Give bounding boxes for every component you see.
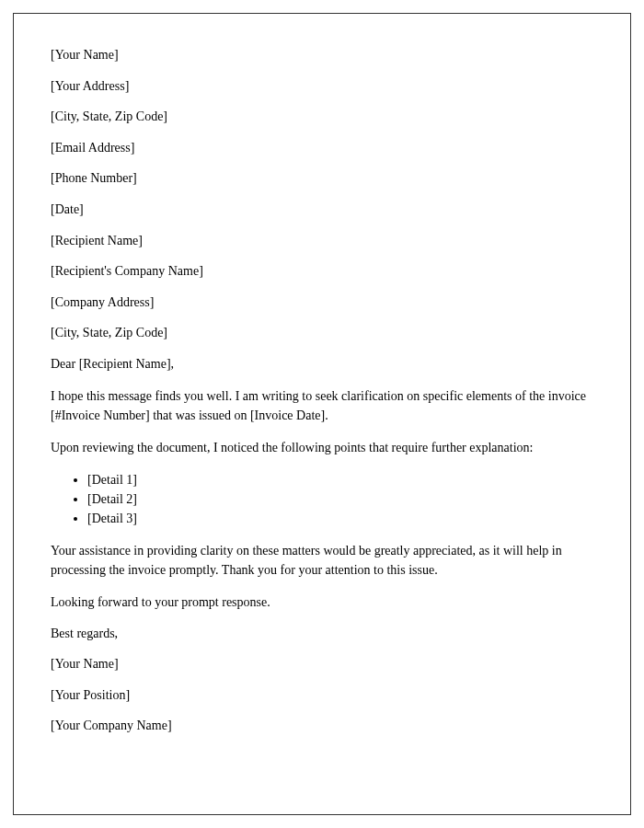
closing-company: [Your Company Name] [51, 717, 593, 735]
salutation: Dear [Recipient Name], [51, 355, 593, 374]
closing-name: [Your Name] [51, 655, 593, 673]
recipient-address: [Company Address] [51, 293, 593, 312]
recipient-name: [Recipient Name] [51, 232, 593, 250]
sender-address: [Your Address] [51, 77, 593, 96]
body-para-2: Upon reviewing the document, I noticed t… [51, 438, 593, 457]
sender-city-state-zip: [City, State, Zip Code] [51, 108, 593, 126]
sender-name: [Your Name] [51, 46, 593, 64]
body-para-3: Your assistance in providing clarity on … [51, 541, 593, 580]
sender-phone: [Phone Number] [51, 169, 593, 188]
body-para-4: Looking forward to your prompt response. [51, 592, 593, 612]
letter-page: [Your Name] [Your Address] [City, State,… [13, 13, 631, 815]
body-para-1: I hope this message finds you well. I am… [51, 386, 593, 425]
detail-item: [Detail 1] [87, 470, 593, 489]
sender-email: [Email Address] [51, 139, 593, 157]
recipient-city-state-zip: [City, State, Zip Code] [51, 324, 593, 342]
letter-date: [Date] [51, 201, 593, 219]
closing-signoff: Best regards, [51, 625, 593, 643]
detail-item: [Detail 3] [87, 509, 593, 528]
detail-item: [Detail 2] [87, 489, 593, 509]
recipient-company: [Recipient's Company Name] [51, 262, 593, 281]
details-list: [Detail 1] [Detail 2] [Detail 3] [87, 470, 593, 528]
closing-position: [Your Position] [51, 686, 593, 705]
